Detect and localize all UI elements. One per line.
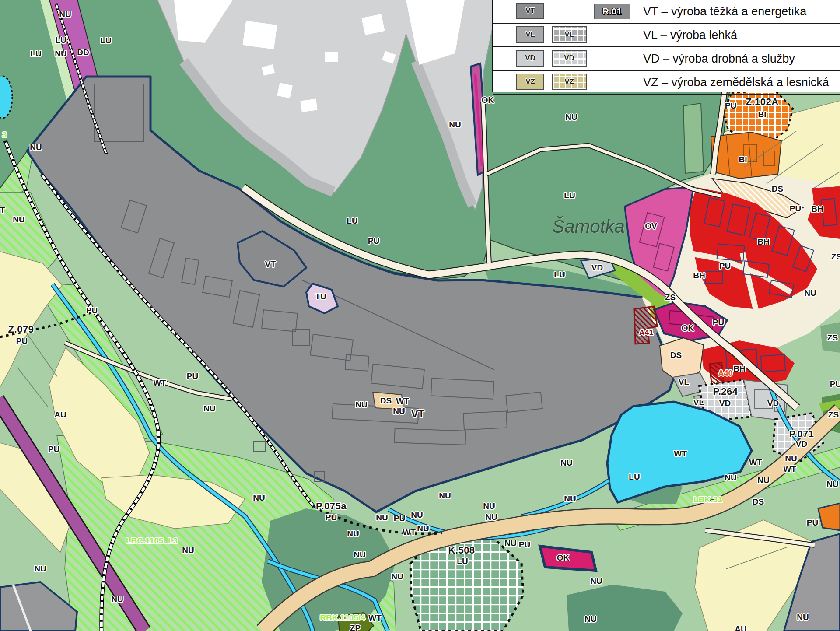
legend-description: VD – výroba drobná a služby	[643, 52, 795, 66]
legend-swatch-hatched: VD	[552, 50, 587, 67]
legend-swatch-solid: VT	[516, 3, 544, 19]
legend-swatch-hatched: VZ	[552, 74, 587, 90]
zoning-map-canvas	[0, 0, 840, 631]
legend-panel: VTR.01VT – výroba těžká a energetikaVLVL…	[492, 0, 840, 92]
zone-bi	[711, 132, 781, 179]
legend-row-vt: VTR.01VT – výroba těžká a energetika	[494, 0, 840, 24]
legend-row-vz: VZVZVZ – výroba zemědělská a lesnická	[494, 71, 840, 95]
legend-rows: VTR.01VT – výroba těžká a energetikaVLVL…	[494, 0, 840, 95]
legend-plan-chip: R.01	[594, 4, 630, 19]
legend-swatch-solid: VZ	[516, 74, 544, 90]
zone-a40-marker	[710, 363, 724, 385]
legend-row-vd: VDVDVD – výroba drobná a služby	[494, 47, 840, 71]
zone-ds-patch	[373, 392, 403, 410]
legend-swatch-solid: VD	[516, 50, 544, 67]
legend-description: VT – výroba těžká a energetika	[643, 5, 806, 18]
legend-row-vl: VLVLVL – výroba lehká	[494, 24, 840, 47]
legend-swatch-solid: VL	[516, 26, 544, 43]
legend-swatch-hatched: VL	[552, 26, 587, 43]
legend-description: VL – výroba lehká	[643, 28, 737, 42]
legend-description: VZ – výroba zemědělská a lesnická	[643, 76, 829, 89]
zoning-map-viewport: NULUNUDDLULU3NUTNUOKNUNULULUŠamotkaOVPUV…	[0, 0, 840, 631]
